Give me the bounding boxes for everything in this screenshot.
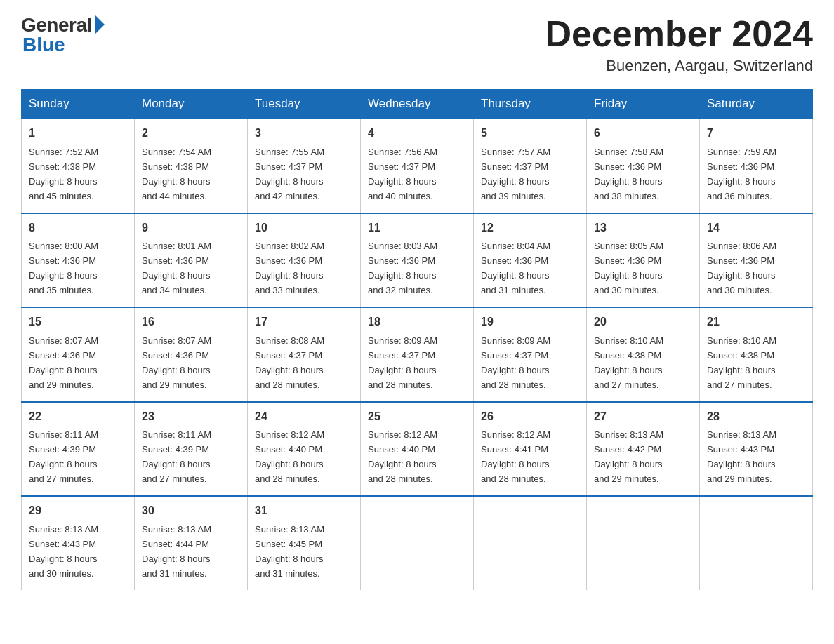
calendar-cell: 14Sunrise: 8:06 AM Sunset: 4:36 PM Dayli…: [700, 213, 813, 307]
logo-arrow-icon: [95, 15, 105, 34]
day-info: Sunrise: 8:12 AM Sunset: 4:40 PM Dayligh…: [255, 429, 324, 484]
day-number: 11: [368, 220, 466, 237]
day-info: Sunrise: 8:06 AM Sunset: 4:36 PM Dayligh…: [707, 241, 776, 295]
day-number: 12: [481, 220, 579, 237]
calendar-cell: 22Sunrise: 8:11 AM Sunset: 4:39 PM Dayli…: [22, 402, 135, 496]
calendar-cell: 5Sunrise: 7:57 AM Sunset: 4:37 PM Daylig…: [474, 119, 587, 213]
day-info: Sunrise: 8:13 AM Sunset: 4:43 PM Dayligh…: [29, 524, 98, 579]
day-number: 22: [29, 408, 127, 426]
header-friday: Friday: [587, 90, 700, 119]
day-number: 2: [142, 125, 240, 142]
day-info: Sunrise: 8:04 AM Sunset: 4:36 PM Dayligh…: [481, 241, 550, 295]
calendar-cell: 25Sunrise: 8:12 AM Sunset: 4:40 PM Dayli…: [361, 402, 474, 496]
header-sunday: Sunday: [22, 90, 135, 119]
day-number: 27: [594, 408, 692, 426]
day-number: 23: [142, 408, 240, 426]
header-tuesday: Tuesday: [248, 90, 361, 119]
day-number: 21: [707, 314, 805, 331]
calendar-week-row: 1Sunrise: 7:52 AM Sunset: 4:38 PM Daylig…: [22, 119, 813, 213]
month-title: December 2024: [545, 14, 813, 54]
day-info: Sunrise: 7:59 AM Sunset: 4:36 PM Dayligh…: [707, 147, 776, 201]
calendar-cell: 11Sunrise: 8:03 AM Sunset: 4:36 PM Dayli…: [361, 213, 474, 307]
day-number: 3: [255, 125, 353, 142]
calendar-cell: 2Sunrise: 7:54 AM Sunset: 4:38 PM Daylig…: [135, 119, 248, 213]
calendar-cell: 7Sunrise: 7:59 AM Sunset: 4:36 PM Daylig…: [700, 119, 813, 213]
day-number: 25: [368, 408, 466, 426]
calendar-cell: [700, 496, 813, 589]
day-info: Sunrise: 8:10 AM Sunset: 4:38 PM Dayligh…: [594, 335, 663, 390]
day-number: 15: [29, 314, 127, 331]
header-saturday: Saturday: [700, 90, 813, 119]
day-info: Sunrise: 8:01 AM Sunset: 4:36 PM Dayligh…: [142, 241, 211, 295]
calendar-cell: 17Sunrise: 8:08 AM Sunset: 4:37 PM Dayli…: [248, 307, 361, 401]
day-number: 6: [594, 125, 692, 142]
calendar-cell: 10Sunrise: 8:02 AM Sunset: 4:36 PM Dayli…: [248, 213, 361, 307]
day-info: Sunrise: 8:07 AM Sunset: 4:36 PM Dayligh…: [29, 335, 98, 390]
day-number: 5: [481, 125, 579, 142]
calendar-cell: 23Sunrise: 8:11 AM Sunset: 4:39 PM Dayli…: [135, 402, 248, 496]
day-number: 26: [481, 408, 579, 426]
day-number: 13: [594, 220, 692, 237]
calendar-cell: 24Sunrise: 8:12 AM Sunset: 4:40 PM Dayli…: [248, 402, 361, 496]
calendar-cell: 8Sunrise: 8:00 AM Sunset: 4:36 PM Daylig…: [22, 213, 135, 307]
day-info: Sunrise: 8:13 AM Sunset: 4:42 PM Dayligh…: [594, 429, 663, 484]
day-info: Sunrise: 8:12 AM Sunset: 4:41 PM Dayligh…: [481, 429, 550, 484]
day-number: 18: [368, 314, 466, 331]
location: Buenzen, Aargau, Switzerland: [545, 57, 813, 75]
day-info: Sunrise: 8:09 AM Sunset: 4:37 PM Dayligh…: [368, 335, 437, 390]
calendar-cell: 19Sunrise: 8:09 AM Sunset: 4:37 PM Dayli…: [474, 307, 587, 401]
calendar-table: SundayMondayTuesdayWednesdayThursdayFrid…: [21, 89, 813, 589]
calendar-week-row: 8Sunrise: 8:00 AM Sunset: 4:36 PM Daylig…: [22, 213, 813, 307]
day-number: 10: [255, 220, 353, 237]
calendar-cell: 30Sunrise: 8:13 AM Sunset: 4:44 PM Dayli…: [135, 496, 248, 589]
day-info: Sunrise: 7:52 AM Sunset: 4:38 PM Dayligh…: [29, 147, 98, 201]
calendar-cell: 31Sunrise: 8:13 AM Sunset: 4:45 PM Dayli…: [248, 496, 361, 589]
calendar-cell: 21Sunrise: 8:10 AM Sunset: 4:38 PM Dayli…: [700, 307, 813, 401]
calendar-week-row: 15Sunrise: 8:07 AM Sunset: 4:36 PM Dayli…: [22, 307, 813, 401]
day-number: 28: [707, 408, 805, 426]
calendar-cell: 4Sunrise: 7:56 AM Sunset: 4:37 PM Daylig…: [361, 119, 474, 213]
day-info: Sunrise: 8:02 AM Sunset: 4:36 PM Dayligh…: [255, 241, 324, 295]
day-info: Sunrise: 8:13 AM Sunset: 4:44 PM Dayligh…: [142, 524, 211, 579]
header-monday: Monday: [135, 90, 248, 119]
day-info: Sunrise: 8:13 AM Sunset: 4:45 PM Dayligh…: [255, 524, 324, 579]
day-info: Sunrise: 8:03 AM Sunset: 4:36 PM Dayligh…: [368, 241, 437, 295]
calendar-week-row: 29Sunrise: 8:13 AM Sunset: 4:43 PM Dayli…: [22, 496, 813, 589]
day-info: Sunrise: 7:58 AM Sunset: 4:36 PM Dayligh…: [594, 147, 663, 201]
day-info: Sunrise: 8:13 AM Sunset: 4:43 PM Dayligh…: [707, 429, 776, 484]
day-info: Sunrise: 8:11 AM Sunset: 4:39 PM Dayligh…: [29, 429, 98, 484]
day-info: Sunrise: 7:55 AM Sunset: 4:37 PM Dayligh…: [255, 147, 324, 201]
title-area: December 2024 Buenzen, Aargau, Switzerla…: [545, 14, 813, 75]
calendar-cell: [361, 496, 474, 589]
day-number: 31: [255, 502, 353, 520]
calendar-cell: 12Sunrise: 8:04 AM Sunset: 4:36 PM Dayli…: [474, 213, 587, 307]
day-number: 4: [368, 125, 466, 142]
calendar-cell: 15Sunrise: 8:07 AM Sunset: 4:36 PM Dayli…: [22, 307, 135, 401]
day-number: 29: [29, 502, 127, 520]
day-number: 8: [29, 220, 127, 237]
calendar-cell: 6Sunrise: 7:58 AM Sunset: 4:36 PM Daylig…: [587, 119, 700, 213]
day-info: Sunrise: 7:54 AM Sunset: 4:38 PM Dayligh…: [142, 147, 211, 201]
calendar-cell: 16Sunrise: 8:07 AM Sunset: 4:36 PM Dayli…: [135, 307, 248, 401]
calendar-cell: 28Sunrise: 8:13 AM Sunset: 4:43 PM Dayli…: [700, 402, 813, 496]
calendar-cell: 13Sunrise: 8:05 AM Sunset: 4:36 PM Dayli…: [587, 213, 700, 307]
page-header: General Blue December 2024 Buenzen, Aarg…: [21, 14, 813, 75]
calendar-cell: 3Sunrise: 7:55 AM Sunset: 4:37 PM Daylig…: [248, 119, 361, 213]
calendar-cell: 20Sunrise: 8:10 AM Sunset: 4:38 PM Dayli…: [587, 307, 700, 401]
day-number: 7: [707, 125, 805, 142]
calendar-cell: [587, 496, 700, 589]
calendar-cell: 1Sunrise: 7:52 AM Sunset: 4:38 PM Daylig…: [22, 119, 135, 213]
day-number: 24: [255, 408, 353, 426]
header-thursday: Thursday: [474, 90, 587, 119]
calendar-week-row: 22Sunrise: 8:11 AM Sunset: 4:39 PM Dayli…: [22, 402, 813, 496]
calendar-cell: 26Sunrise: 8:12 AM Sunset: 4:41 PM Dayli…: [474, 402, 587, 496]
day-info: Sunrise: 8:07 AM Sunset: 4:36 PM Dayligh…: [142, 335, 211, 390]
calendar-cell: [474, 496, 587, 589]
calendar-cell: 18Sunrise: 8:09 AM Sunset: 4:37 PM Dayli…: [361, 307, 474, 401]
day-number: 1: [29, 125, 127, 142]
day-info: Sunrise: 8:11 AM Sunset: 4:39 PM Dayligh…: [142, 429, 211, 484]
day-number: 14: [707, 220, 805, 237]
day-number: 9: [142, 220, 240, 237]
day-info: Sunrise: 7:57 AM Sunset: 4:37 PM Dayligh…: [481, 147, 550, 201]
day-info: Sunrise: 8:00 AM Sunset: 4:36 PM Dayligh…: [29, 241, 98, 295]
